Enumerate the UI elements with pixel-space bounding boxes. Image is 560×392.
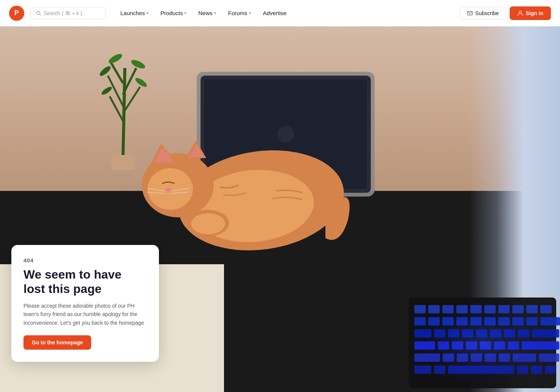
svg-point-18 xyxy=(100,85,113,96)
svg-point-15 xyxy=(130,58,146,70)
subscribe-button[interactable]: Subscribe xyxy=(460,7,506,20)
user-icon xyxy=(517,10,523,16)
nav-right: Subscribe Sign in xyxy=(460,6,551,20)
error-card: 404 We seem to have lost this page Pleas… xyxy=(11,245,159,362)
svg-point-16 xyxy=(98,65,112,77)
svg-line-1 xyxy=(40,14,41,15)
keyboard-illustration xyxy=(401,286,560,392)
svg-point-3 xyxy=(519,11,521,13)
search-bar[interactable]: Search ( ⌘ + k ) xyxy=(30,7,106,19)
nav-item-launches[interactable]: Launches ▾ xyxy=(115,7,154,19)
signin-button[interactable]: Sign in xyxy=(510,6,551,20)
nav-item-forums[interactable]: Forums ▾ xyxy=(223,7,256,19)
navbar: P Search ( ⌘ + k ) Launches ▾ Products ▾… xyxy=(0,0,560,26)
search-icon xyxy=(36,11,41,16)
svg-point-34 xyxy=(191,213,225,234)
chevron-down-icon: ▾ xyxy=(184,11,186,15)
nav-item-news[interactable]: News ▾ xyxy=(193,7,221,19)
nav-item-products[interactable]: Products ▾ xyxy=(155,7,191,19)
nav-item-advertise[interactable]: Advertise xyxy=(258,7,292,19)
go-to-homepage-button[interactable]: Go to the homepage xyxy=(23,335,91,350)
chevron-down-icon: ▾ xyxy=(146,11,148,15)
site-logo[interactable]: P xyxy=(9,6,24,21)
search-placeholder: Search ( ⌘ + k ) xyxy=(44,10,82,16)
error-description: Please accept these adorable photos of o… xyxy=(23,302,147,327)
svg-rect-87 xyxy=(409,297,556,388)
svg-point-24 xyxy=(165,188,171,192)
svg-point-17 xyxy=(134,76,148,88)
chevron-down-icon: ▾ xyxy=(214,11,216,15)
svg-point-14 xyxy=(107,52,124,65)
svg-rect-19 xyxy=(112,155,134,170)
error-headline: We seem to have lost this page xyxy=(23,267,147,296)
chevron-down-icon: ▾ xyxy=(249,11,251,15)
email-icon xyxy=(467,10,473,16)
svg-line-9 xyxy=(110,60,123,83)
error-code: 404 xyxy=(23,257,147,263)
nav-links: Launches ▾ Products ▾ News ▾ Forums ▾ Ad… xyxy=(115,7,457,19)
